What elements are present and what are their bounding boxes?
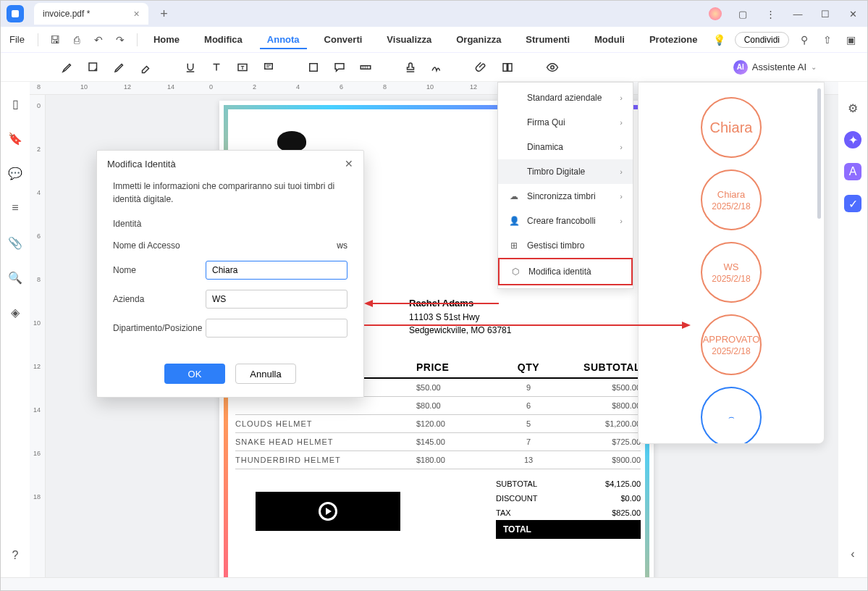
cancel-button[interactable]: Annulla bbox=[235, 364, 296, 384]
check-icon[interactable]: ✓ bbox=[844, 195, 861, 212]
callout-icon[interactable] bbox=[260, 59, 277, 76]
menu-converti[interactable]: Converti bbox=[317, 30, 370, 49]
col-price: PRICE bbox=[416, 361, 496, 373]
department-input[interactable] bbox=[206, 319, 347, 338]
stamp-menu-item[interactable]: Dinamica› bbox=[498, 135, 633, 159]
department-label: Dipartimento/Posizione bbox=[113, 323, 206, 333]
comments-panel-icon[interactable]: 💬 bbox=[8, 166, 22, 180]
document-tab[interactable]: invoice.pdf * × bbox=[34, 3, 148, 25]
ai-side-icon[interactable]: A bbox=[844, 163, 861, 180]
redo-icon[interactable]: ↷ bbox=[112, 32, 128, 48]
ai-icon: AI bbox=[733, 60, 748, 75]
stamp-menu-item[interactable]: ⊞Gestisci timbro bbox=[498, 233, 633, 258]
stamp-icon[interactable] bbox=[402, 59, 419, 76]
media-placeholder[interactable] bbox=[256, 492, 400, 531]
digital-stamp-preview[interactable]: APPROVATO2025/2/18 bbox=[701, 314, 762, 375]
textbox-icon[interactable] bbox=[234, 59, 251, 76]
logo-graphic bbox=[277, 131, 306, 151]
stamp-menu-item[interactable]: 👤Creare francobolli› bbox=[498, 209, 633, 233]
search-icon[interactable]: 🔍 bbox=[8, 270, 22, 285]
tab-strip: invoice.pdf * × + bbox=[34, 3, 707, 25]
digital-stamp-preview[interactable]: Chiara2025/2/18 bbox=[701, 169, 762, 230]
col-subtotal: SUBTOTAL bbox=[561, 361, 641, 373]
window-maximize-icon[interactable]: ☐ bbox=[817, 5, 834, 22]
thumbnails-icon[interactable]: ▯ bbox=[8, 96, 22, 111]
underline-icon[interactable] bbox=[182, 59, 199, 76]
digital-stamp-preview[interactable]: ⌢ bbox=[701, 387, 762, 444]
stamp-menu-item[interactable]: Firma Qui› bbox=[498, 110, 633, 135]
table-row: THUNDERBIRD HELMET$180.0013$900.00 bbox=[235, 451, 641, 469]
menu-home[interactable]: Home bbox=[146, 30, 187, 49]
stamp-menu-item[interactable]: Timbro Digitale› bbox=[498, 159, 633, 184]
company-input[interactable] bbox=[206, 290, 347, 309]
customer-addr1: 11103 S 51st Hwy bbox=[409, 312, 479, 322]
app-logo-icon bbox=[7, 5, 24, 22]
save-icon[interactable]: 🖫 bbox=[47, 32, 63, 48]
svg-rect-4 bbox=[361, 65, 371, 69]
cloud-upload-icon[interactable]: ⇧ bbox=[819, 32, 835, 48]
avatar-icon[interactable] bbox=[707, 5, 724, 22]
stamp-menu-item[interactable]: ⬡Modifica identità bbox=[498, 258, 633, 285]
comment-icon[interactable] bbox=[331, 59, 348, 76]
table-row: CLOUDS HELMET$120.005$1,200.00 bbox=[235, 415, 641, 433]
login-name-value: ws bbox=[337, 240, 347, 251]
eye-icon[interactable] bbox=[544, 59, 561, 76]
share-link-icon[interactable]: ⚲ bbox=[796, 32, 812, 48]
chevron-left-icon[interactable]: ‹ bbox=[844, 545, 861, 563]
signature-icon[interactable] bbox=[428, 59, 445, 76]
menu-visualizza[interactable]: Visualizza bbox=[379, 30, 439, 49]
digital-stamp-preview[interactable]: Chiara bbox=[701, 97, 762, 158]
status-bar bbox=[1, 577, 867, 590]
ok-button[interactable]: OK bbox=[164, 364, 225, 384]
new-tab-button[interactable]: + bbox=[156, 7, 173, 22]
stamp-menu-item[interactable]: ☁Sincronizza timbri› bbox=[498, 184, 633, 209]
layers-icon[interactable]: ◈ bbox=[8, 305, 22, 319]
ai-chat-icon[interactable]: ✦ bbox=[844, 131, 861, 148]
note-icon[interactable] bbox=[85, 59, 102, 76]
dialog-close-icon[interactable]: ✕ bbox=[345, 158, 353, 169]
window-close-icon[interactable]: ✕ bbox=[844, 5, 861, 22]
menu-protezione[interactable]: Protezione bbox=[642, 30, 704, 49]
print-icon[interactable]: ⎙ bbox=[69, 32, 85, 48]
digital-stamp-panel: ChiaraChiara2025/2/18WS2025/2/18APPROVAT… bbox=[638, 82, 825, 444]
lightbulb-icon[interactable]: 💡 bbox=[712, 32, 728, 48]
pencil-icon[interactable] bbox=[111, 59, 128, 76]
window-minimize-icon[interactable]: — bbox=[789, 5, 806, 22]
eraser-icon[interactable] bbox=[137, 59, 154, 76]
play-icon bbox=[319, 502, 337, 521]
menubar: File 🖫 ⎙ ↶ ↷ HomeModificaAnnotaConvertiV… bbox=[1, 27, 867, 53]
name-input[interactable] bbox=[206, 261, 347, 280]
fields-icon[interactable]: ≡ bbox=[8, 201, 22, 215]
company-label: Azienda bbox=[113, 294, 206, 304]
stamp-menu-item[interactable]: Standard aziendale› bbox=[498, 85, 633, 110]
assistant-label: Assistente AI bbox=[752, 62, 806, 72]
menu-moduli[interactable]: Moduli bbox=[587, 30, 632, 49]
svg-rect-3 bbox=[310, 63, 318, 71]
kebab-menu-icon[interactable]: ⋮ bbox=[762, 5, 779, 22]
compare-icon[interactable] bbox=[499, 59, 516, 76]
help-icon[interactable]: ? bbox=[8, 548, 22, 563]
menu-file[interactable]: File bbox=[9, 34, 25, 45]
attachments-icon[interactable]: 📎 bbox=[8, 235, 22, 250]
bookmarks-icon[interactable]: 🔖 bbox=[8, 131, 22, 146]
menu-modifica[interactable]: Modifica bbox=[197, 30, 250, 49]
digital-stamp-preview[interactable]: WS2025/2/18 bbox=[701, 242, 762, 303]
feedback-icon[interactable]: ▢ bbox=[734, 5, 751, 22]
measure-icon[interactable] bbox=[357, 59, 374, 76]
annotate-toolbar: AI Assistente AI ⌄ bbox=[1, 53, 867, 82]
assistant-ai-button[interactable]: AI Assistente AI ⌄ bbox=[733, 60, 817, 75]
undo-icon[interactable]: ↶ bbox=[90, 32, 106, 48]
shape-icon[interactable] bbox=[305, 59, 322, 76]
fullscreen-icon[interactable]: ▣ bbox=[843, 32, 859, 48]
scrollbar[interactable] bbox=[817, 88, 821, 219]
share-button[interactable]: Condividi bbox=[735, 32, 789, 48]
menu-strumenti[interactable]: Strumenti bbox=[518, 30, 577, 49]
login-name-label: Nome di Accesso bbox=[113, 240, 206, 251]
text-tool-icon[interactable] bbox=[208, 59, 225, 76]
sliders-icon[interactable]: ⚙ bbox=[844, 99, 861, 117]
menu-organizza[interactable]: Organizza bbox=[449, 30, 508, 49]
highlighter-icon[interactable] bbox=[59, 59, 76, 76]
tab-close-icon[interactable]: × bbox=[133, 8, 139, 20]
attachment-icon[interactable] bbox=[473, 59, 490, 76]
menu-annota[interactable]: Annota bbox=[260, 30, 307, 49]
